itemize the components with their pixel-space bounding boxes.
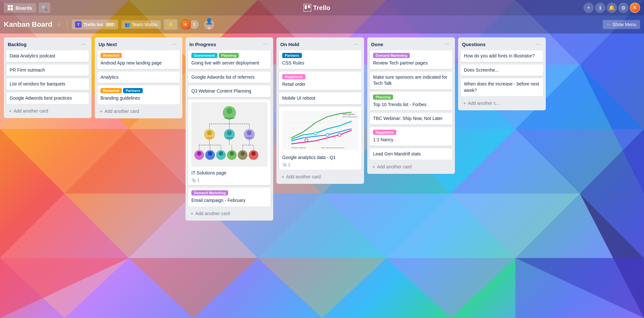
add-label: Add another card — [104, 109, 139, 114]
list-backlog-menu-button[interactable]: ··· — [80, 41, 88, 48]
card-title: Retail order — [282, 81, 358, 88]
notifications-button[interactable]: 🔔 — [607, 3, 617, 13]
card-labels: Planning — [373, 94, 449, 100]
power-ups-icon: ⚡ — [167, 21, 174, 28]
card-labels: Remarket Partners — [101, 88, 177, 93]
invite-icon: 👤+ — [204, 18, 214, 32]
trello-logo-icon — [303, 4, 311, 12]
card-sponsors[interactable]: Make sure sponsors are indicated for Tec… — [370, 72, 452, 89]
list-onhold-cards: Partners CSS Rules Happiness Retail orde… — [276, 50, 364, 170]
card-q3-webinar[interactable]: Q3 Webinar Content Planning — [188, 85, 271, 97]
card-tbc-webinar[interactable]: TBC Webinar: Ship Now, Not Later — [370, 113, 452, 124]
card-analytics[interactable]: Analytics — [97, 72, 180, 83]
card-illustrator[interactable]: How do you add fonts in Illustrator? — [461, 50, 543, 62]
svg-point-59 — [247, 131, 252, 135]
svg-text:Athreem hundreds: Athreem hundreds — [291, 147, 306, 149]
add-card-questions[interactable]: + Add another c... — [459, 98, 544, 108]
trello-logo: Trello — [303, 4, 330, 12]
list-inprogress-menu-button[interactable]: ··· — [261, 41, 269, 48]
card-mobile-ui[interactable]: Mobile UI reboot — [279, 93, 361, 104]
card-review-tech[interactable]: Demand Marketing Review Tech partner pag… — [370, 50, 452, 69]
svg-rect-51 — [308, 5, 310, 8]
add-label: Add another card — [14, 108, 48, 114]
card-screenhe[interactable]: Does Screenhe... — [461, 65, 543, 76]
card-title: Top 10 Trends list - Forbes — [373, 102, 449, 108]
list-questions-menu-button[interactable]: ··· — [534, 41, 542, 48]
card-google-analytics[interactable]: Hello gathers Best trends discov... Athr… — [279, 107, 361, 170]
analytics-chart-image: Hello gathers Best trends discov... Athr… — [282, 109, 358, 151]
attachment-count: 📎 1 — [282, 163, 290, 167]
card-it-solutions[interactable]: IT Solutions page 📎 1 — [188, 100, 271, 185]
visibility-badge[interactable]: 👥 Team Visible — [121, 20, 161, 29]
list-done-menu-button[interactable]: ··· — [443, 41, 451, 48]
card-title: Q3 Webinar Content Planning — [191, 88, 267, 94]
add-card-onhold[interactable]: + Add another card — [278, 172, 363, 182]
workspace-badge[interactable]: T Trello Inc ENT — [72, 20, 118, 29]
list-upnext-cards: Remarket Android App new landing page An… — [95, 50, 182, 104]
card-labels: Remarket — [101, 53, 177, 58]
add-card-done[interactable]: + Add another card — [369, 162, 454, 172]
label-happiness: Happiness — [282, 74, 305, 79]
member-avatars: K 1 — [181, 19, 197, 30]
card-top10-trends[interactable]: Planning Top 10 Trends list - Forbes — [370, 92, 452, 111]
list-backlog-title: Backlog — [8, 42, 26, 47]
card-android-app[interactable]: Remarket Android App new landing page — [97, 50, 180, 69]
card-branding[interactable]: Remarket Partners Branding guidelines — [97, 85, 180, 104]
label-demand-marketing: Demand Marketing — [191, 190, 228, 195]
list-onhold-menu-button[interactable]: ··· — [352, 41, 360, 48]
boards-icon — [8, 5, 13, 10]
card-adwords-best[interactable]: Google Adwords best practices — [6, 93, 89, 104]
card-retail-order[interactable]: Happiness Retail order — [279, 72, 361, 90]
header-divider — [67, 21, 67, 28]
add-card-upnext[interactable]: + Add another card — [96, 106, 181, 116]
card-going-live[interactable]: Government Planning Going live with serv… — [188, 50, 271, 69]
card-title: Going live with server deployment — [191, 60, 267, 66]
card-pr-firm[interactable]: PR Firm outreach — [6, 65, 89, 76]
svg-point-70 — [219, 151, 223, 155]
label-happiness: Happiness — [373, 130, 396, 135]
nav-right: + ℹ 🔔 ⚙ K — [583, 3, 640, 13]
member-avatar-1[interactable]: K — [181, 19, 191, 30]
card-email-campaign[interactable]: Demand Marketing Email campaign - Februa… — [188, 188, 271, 206]
add-card-inprogress[interactable]: + Add another card — [187, 208, 272, 219]
card-data-analytics[interactable]: Data Analytics podcast — [6, 50, 89, 62]
board-header: Kanban Board ☆ T Trello Inc ENT 👥 Team V… — [0, 15, 644, 34]
nav-center: Trello — [53, 4, 581, 12]
info-button[interactable]: ℹ — [595, 3, 605, 13]
search-button[interactable]: 🔍 — [39, 3, 50, 13]
power-ups-button[interactable]: ⚡ — [164, 19, 178, 30]
show-menu-label: Show Menu — [612, 22, 636, 27]
svg-point-76 — [251, 151, 255, 155]
card-labels: Happiness — [282, 74, 358, 79]
svg-point-53 — [226, 108, 233, 114]
card-when-does[interactable]: When does the increase - before next wee… — [461, 78, 543, 96]
card-css-rules[interactable]: Partners CSS Rules — [279, 50, 361, 69]
card-vendors-banquets[interactable]: List of vendors for banquets — [6, 78, 89, 90]
list-upnext: Up Next ··· Remarket Android App new lan… — [95, 37, 182, 118]
workspace-name: Trello Inc — [83, 22, 103, 27]
settings-button[interactable]: ⚙ — [618, 3, 629, 13]
show-menu-button[interactable]: ··· Show Menu — [603, 20, 640, 29]
card-11-nancy[interactable]: Happiness 1:1 Nancy — [370, 127, 452, 146]
ellipsis-icon: ··· — [607, 22, 610, 27]
plus-icon: + — [587, 5, 590, 11]
svg-point-95 — [338, 133, 341, 136]
user-avatar[interactable]: K — [630, 3, 640, 13]
invite-button[interactable]: 👤+ — [204, 19, 214, 30]
card-lead-gen[interactable]: Lead Gen Mandrill stats — [370, 148, 452, 160]
list-upnext-header: Up Next ··· — [95, 37, 182, 50]
card-labels: Partners — [282, 53, 358, 58]
list-inprogress-cards: Government Planning Going live with serv… — [186, 50, 273, 206]
add-button[interactable]: + — [583, 3, 594, 13]
list-onhold-header: On Hold ··· — [276, 37, 364, 50]
list-upnext-menu-button[interactable]: ··· — [170, 41, 178, 48]
add-card-backlog[interactable]: + Add another card — [5, 106, 90, 116]
label-partners: Partners — [282, 53, 302, 58]
list-questions-cards: How do you add fonts in Illustrator? Doe… — [458, 50, 546, 96]
svg-rect-49 — [303, 4, 311, 12]
boards-label: Boards — [15, 5, 32, 11]
list-inprogress-title: In Progress — [189, 42, 216, 47]
boards-button[interactable]: Boards — [4, 3, 36, 13]
card-google-adwords-refs[interactable]: Google Adwords list of referrers — [188, 72, 271, 83]
star-button[interactable]: ☆ — [55, 20, 62, 29]
